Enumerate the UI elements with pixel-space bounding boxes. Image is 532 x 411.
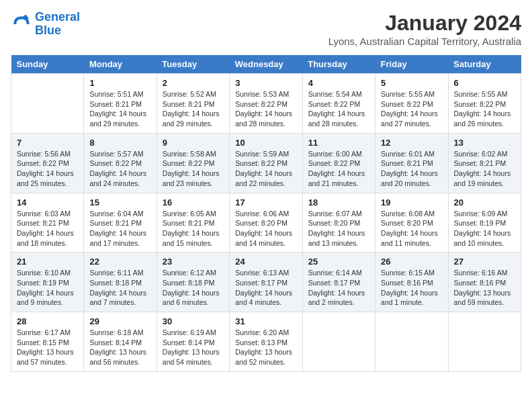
day-info: Sunrise: 6:15 AM Sunset: 8:16 PM Dayligh… [381,268,442,308]
calendar-cell: 24Sunrise: 6:13 AM Sunset: 8:17 PM Dayli… [230,253,302,312]
calendar-cell: 29Sunrise: 6:18 AM Sunset: 8:14 PM Dayli… [84,312,157,372]
calendar-cell: 1Sunrise: 5:51 AM Sunset: 8:21 PM Daylig… [84,74,157,134]
day-info: Sunrise: 6:11 AM Sunset: 8:18 PM Dayligh… [89,268,150,308]
day-info: Sunrise: 6:16 AM Sunset: 8:16 PM Dayligh… [454,268,515,308]
calendar-cell: 19Sunrise: 6:08 AM Sunset: 8:20 PM Dayli… [375,193,448,253]
day-number: 16 [163,197,224,208]
calendar-cell [11,74,84,134]
calendar-cell: 8Sunrise: 5:57 AM Sunset: 8:22 PM Daylig… [84,133,157,193]
day-number: 29 [89,316,150,326]
calendar-cell: 11Sunrise: 6:00 AM Sunset: 8:22 PM Dayli… [302,133,375,193]
day-number: 17 [235,197,296,208]
day-info: Sunrise: 6:03 AM Sunset: 8:21 PM Dayligh… [17,209,78,248]
day-number: 28 [17,316,78,326]
day-info: Sunrise: 5:55 AM Sunset: 8:22 PM Dayligh… [381,89,442,129]
calendar-week-row: 7Sunrise: 5:56 AM Sunset: 8:22 PM Daylig… [11,133,521,193]
calendar-cell: 2Sunrise: 5:52 AM Sunset: 8:21 PM Daylig… [157,74,229,134]
calendar-cell: 15Sunrise: 6:04 AM Sunset: 8:21 PM Dayli… [84,193,157,253]
day-info: Sunrise: 6:12 AM Sunset: 8:18 PM Dayligh… [163,268,224,308]
day-info: Sunrise: 6:02 AM Sunset: 8:21 PM Dayligh… [454,149,515,189]
calendar-cell: 5Sunrise: 5:55 AM Sunset: 8:22 PM Daylig… [375,74,448,134]
calendar-cell: 13Sunrise: 6:02 AM Sunset: 8:21 PM Dayli… [448,133,521,193]
calendar-cell: 23Sunrise: 6:12 AM Sunset: 8:18 PM Dayli… [157,253,229,312]
calendar-cell: 25Sunrise: 6:14 AM Sunset: 8:17 PM Dayli… [302,253,375,312]
calendar-cell: 3Sunrise: 5:53 AM Sunset: 8:22 PM Daylig… [230,74,302,134]
calendar-cell [448,312,521,372]
day-number: 13 [454,138,515,148]
day-info: Sunrise: 6:05 AM Sunset: 8:21 PM Dayligh… [163,209,224,248]
day-info: Sunrise: 6:10 AM Sunset: 8:19 PM Dayligh… [17,268,78,308]
day-number: 8 [89,138,150,148]
weekday-header: Wednesday [230,55,302,74]
logo-line1: General [35,10,80,24]
calendar-cell: 16Sunrise: 6:05 AM Sunset: 8:21 PM Dayli… [157,193,229,253]
day-info: Sunrise: 6:04 AM Sunset: 8:21 PM Dayligh… [89,209,150,248]
day-info: Sunrise: 5:51 AM Sunset: 8:21 PM Dayligh… [89,89,150,129]
day-info: Sunrise: 6:09 AM Sunset: 8:19 PM Dayligh… [454,209,515,248]
calendar-week-row: 21Sunrise: 6:10 AM Sunset: 8:19 PM Dayli… [11,253,521,312]
day-number: 12 [381,138,442,148]
day-number: 21 [17,257,78,267]
day-info: Sunrise: 6:07 AM Sunset: 8:20 PM Dayligh… [308,209,369,248]
logo: General Blue [11,11,80,38]
calendar-cell: 30Sunrise: 6:19 AM Sunset: 8:14 PM Dayli… [157,312,229,372]
calendar-cell: 31Sunrise: 6:20 AM Sunset: 8:13 PM Dayli… [230,312,302,372]
day-number: 1 [89,78,150,88]
weekday-header: Thursday [302,55,375,74]
calendar-table: SundayMondayTuesdayWednesdayThursdayFrid… [11,55,521,372]
day-number: 31 [235,316,296,326]
calendar-cell: 17Sunrise: 6:06 AM Sunset: 8:20 PM Dayli… [230,193,302,253]
calendar-cell: 27Sunrise: 6:16 AM Sunset: 8:16 PM Dayli… [448,253,521,312]
calendar-cell: 21Sunrise: 6:10 AM Sunset: 8:19 PM Dayli… [11,253,84,312]
logo-text: General Blue [35,11,80,38]
weekday-header: Friday [375,55,448,74]
day-number: 9 [163,138,224,148]
day-number: 19 [381,197,442,208]
day-number: 4 [308,78,369,88]
weekday-header: Monday [84,55,157,74]
weekday-header: Saturday [448,55,521,74]
day-number: 6 [454,78,515,88]
title-section: January 2024 Lyons, Australian Capital T… [328,11,521,47]
logo-icon [11,13,32,35]
day-number: 18 [308,197,369,208]
calendar-cell: 7Sunrise: 5:56 AM Sunset: 8:22 PM Daylig… [11,133,84,193]
day-number: 27 [454,257,515,267]
day-info: Sunrise: 6:01 AM Sunset: 8:21 PM Dayligh… [381,149,442,189]
calendar-cell: 6Sunrise: 5:55 AM Sunset: 8:22 PM Daylig… [448,74,521,134]
day-info: Sunrise: 5:58 AM Sunset: 8:22 PM Dayligh… [163,149,224,189]
day-number: 26 [381,257,442,267]
day-info: Sunrise: 6:06 AM Sunset: 8:20 PM Dayligh… [235,209,296,248]
day-number: 14 [17,197,78,208]
day-number: 25 [308,257,369,267]
logo-line2: Blue [35,24,61,37]
day-info: Sunrise: 6:08 AM Sunset: 8:20 PM Dayligh… [381,209,442,248]
day-info: Sunrise: 6:17 AM Sunset: 8:15 PM Dayligh… [17,328,78,367]
calendar-cell: 22Sunrise: 6:11 AM Sunset: 8:18 PM Dayli… [84,253,157,312]
day-info: Sunrise: 5:55 AM Sunset: 8:22 PM Dayligh… [454,89,515,129]
calendar-cell: 18Sunrise: 6:07 AM Sunset: 8:20 PM Dayli… [302,193,375,253]
day-info: Sunrise: 5:59 AM Sunset: 8:22 PM Dayligh… [235,149,296,189]
calendar-cell [302,312,375,372]
calendar-cell: 26Sunrise: 6:15 AM Sunset: 8:16 PM Dayli… [375,253,448,312]
calendar-week-row: 14Sunrise: 6:03 AM Sunset: 8:21 PM Dayli… [11,193,521,253]
day-number: 11 [308,138,369,148]
day-number: 2 [163,78,224,88]
day-number: 22 [89,257,150,267]
calendar-cell: 4Sunrise: 5:54 AM Sunset: 8:22 PM Daylig… [302,74,375,134]
calendar-cell [375,312,448,372]
day-info: Sunrise: 6:18 AM Sunset: 8:14 PM Dayligh… [89,328,150,367]
calendar-cell: 10Sunrise: 5:59 AM Sunset: 8:22 PM Dayli… [230,133,302,193]
day-info: Sunrise: 5:52 AM Sunset: 8:21 PM Dayligh… [163,89,224,129]
calendar-cell: 14Sunrise: 6:03 AM Sunset: 8:21 PM Dayli… [11,193,84,253]
day-info: Sunrise: 6:19 AM Sunset: 8:14 PM Dayligh… [163,328,224,367]
subtitle: Lyons, Australian Capital Territory, Aus… [328,36,521,47]
day-number: 30 [163,316,224,326]
day-info: Sunrise: 6:20 AM Sunset: 8:13 PM Dayligh… [235,328,296,367]
day-info: Sunrise: 5:54 AM Sunset: 8:22 PM Dayligh… [308,89,369,129]
calendar-cell: 12Sunrise: 6:01 AM Sunset: 8:21 PM Dayli… [375,133,448,193]
day-number: 10 [235,138,296,148]
day-info: Sunrise: 6:14 AM Sunset: 8:17 PM Dayligh… [308,268,369,308]
main-title: January 2024 [328,11,521,36]
day-number: 7 [17,138,78,148]
